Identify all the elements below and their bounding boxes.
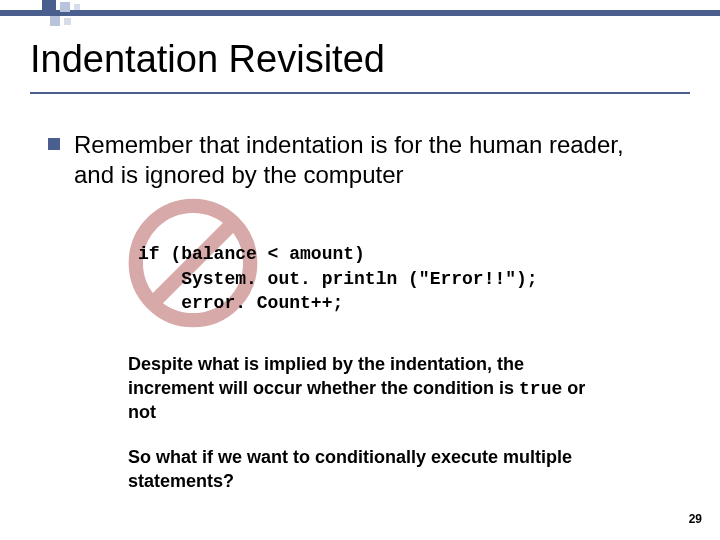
- explanation-para-1: Despite what is implied by the indentati…: [128, 353, 608, 424]
- page-number: 29: [689, 512, 702, 526]
- title-underline: [30, 92, 690, 94]
- bullet-text: Remember that indentation is for the hum…: [74, 130, 668, 190]
- para1-true-keyword: true: [519, 379, 562, 399]
- explanation-para-2: So what if we want to conditionally exec…: [128, 446, 608, 493]
- code-example: if (balance < amount) System. out. print…: [138, 218, 668, 315]
- para1-part-a: Despite what is implied by the indentati…: [128, 354, 524, 397]
- explanation-block: Despite what is implied by the indentati…: [128, 353, 608, 493]
- bullet-icon: [48, 138, 60, 150]
- body-content: Remember that indentation is for the hum…: [48, 130, 668, 493]
- code-line-3: error. Count++;: [138, 293, 343, 313]
- code-line-2: System. out. println ("Error!!");: [138, 269, 538, 289]
- code-line-1: if (balance < amount): [138, 244, 365, 264]
- header-decoration: [0, 0, 720, 18]
- bullet-item: Remember that indentation is for the hum…: [48, 130, 668, 190]
- slide-title: Indentation Revisited: [30, 38, 385, 81]
